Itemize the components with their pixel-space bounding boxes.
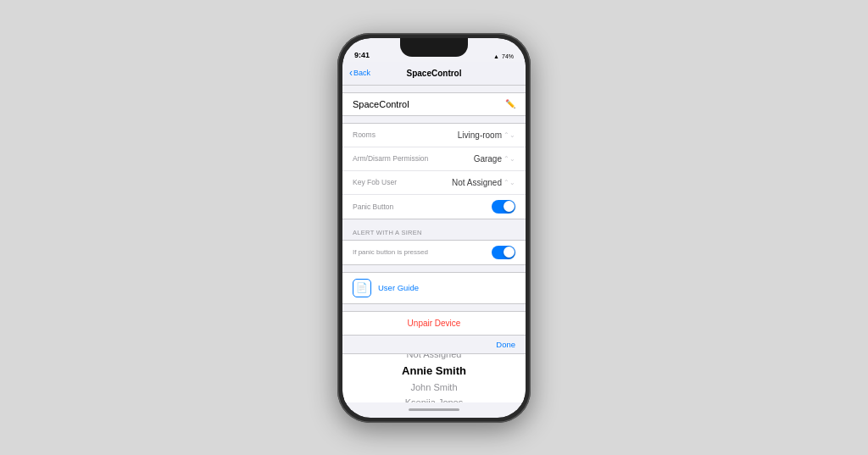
- toggle-knob: [504, 201, 515, 212]
- arm-disarm-value-container: Garage ⌃⌄: [474, 154, 515, 164]
- rooms-row[interactable]: Rooms Living-room ⌃⌄: [342, 124, 526, 147]
- phone-shell: 9:41 ▲ 74% ‹ Back SpaceControl: [337, 33, 531, 423]
- device-name: SpaceControl: [353, 99, 409, 109]
- status-icons: ▲ 74%: [493, 53, 514, 59]
- key-fob-label: Key Fob User: [353, 178, 397, 186]
- wifi-icon: ▲: [493, 53, 499, 59]
- arm-disarm-label: Arm/Disarm Permission: [353, 154, 428, 163]
- siren-row[interactable]: If panic button is pressed: [342, 240, 526, 265]
- nav-bar: ‹ Back SpaceControl: [342, 62, 526, 86]
- alert-section-header: ALERT WITH A SIREN: [342, 219, 526, 240]
- unpair-section[interactable]: Unpair Device: [342, 311, 526, 336]
- phone-inner: 9:41 ▲ 74% ‹ Back SpaceControl: [342, 38, 526, 418]
- picker-item-3[interactable]: Kseniia Jones: [342, 395, 526, 402]
- home-bar: [409, 408, 459, 411]
- rooms-value-container: Living-room ⌃⌄: [458, 130, 515, 140]
- rooms-chevron-icon: ⌃⌄: [504, 131, 515, 139]
- scene: 9:41 ▲ 74% ‹ Back SpaceControl: [0, 0, 868, 455]
- arm-disarm-chevron-icon: ⌃⌄: [504, 155, 515, 163]
- arm-disarm-row[interactable]: Arm/Disarm Permission Garage ⌃⌄: [342, 147, 526, 171]
- picker-item-2[interactable]: John Smith: [342, 380, 526, 395]
- screen: 9:41 ▲ 74% ‹ Back SpaceControl: [342, 38, 526, 418]
- arm-disarm-value: Garage: [474, 154, 502, 164]
- rooms-value: Living-room: [458, 130, 502, 140]
- battery-icon: 74%: [502, 53, 514, 59]
- key-fob-row[interactable]: Key Fob User Not Assigned ⌃⌄: [342, 171, 526, 195]
- settings-group: Rooms Living-room ⌃⌄ Arm/Disarm Permissi…: [342, 123, 526, 219]
- home-indicator: [342, 402, 526, 418]
- nav-title: SpaceControl: [406, 69, 461, 78]
- rooms-label: Rooms: [353, 130, 376, 139]
- back-arrow-icon: ‹: [349, 67, 353, 79]
- siren-toggle[interactable]: [492, 246, 515, 259]
- device-name-section: SpaceControl ✏️: [342, 92, 526, 116]
- key-fob-value-container: Not Assigned ⌃⌄: [452, 178, 515, 187]
- picker-item-1[interactable]: Annie Smith: [342, 362, 526, 380]
- edit-icon[interactable]: ✏️: [505, 99, 515, 108]
- panic-button-toggle[interactable]: [492, 200, 515, 214]
- user-guide-section[interactable]: 📄 User Guide: [342, 272, 526, 304]
- alert-header-text: ALERT WITH A SIREN: [353, 229, 422, 236]
- unpair-text: Unpair Device: [408, 319, 461, 328]
- siren-toggle-knob: [504, 247, 515, 258]
- content-area: SpaceControl ✏️ Rooms Living-room ⌃⌄: [342, 86, 526, 402]
- nav-back-button[interactable]: ‹ Back: [349, 67, 370, 79]
- picker-item-0[interactable]: Not Assigned: [342, 353, 526, 362]
- user-guide-icon: 📄: [353, 279, 371, 297]
- panic-button-row[interactable]: Panic Button: [342, 195, 526, 219]
- siren-row-label: If panic button is pressed: [353, 248, 428, 256]
- done-button[interactable]: Done: [496, 340, 515, 349]
- key-fob-chevron-icon: ⌃⌄: [504, 179, 515, 186]
- done-row: Done: [342, 336, 526, 353]
- picker-overlay[interactable]: Not Assigned Annie Smith John Smith Ksen…: [342, 353, 526, 402]
- panic-button-label: Panic Button: [353, 203, 393, 211]
- key-fob-value: Not Assigned: [452, 178, 502, 187]
- user-guide-label: User Guide: [378, 283, 419, 292]
- nav-back-label: Back: [353, 69, 370, 77]
- status-time: 9:41: [354, 51, 370, 59]
- notch: [400, 38, 468, 57]
